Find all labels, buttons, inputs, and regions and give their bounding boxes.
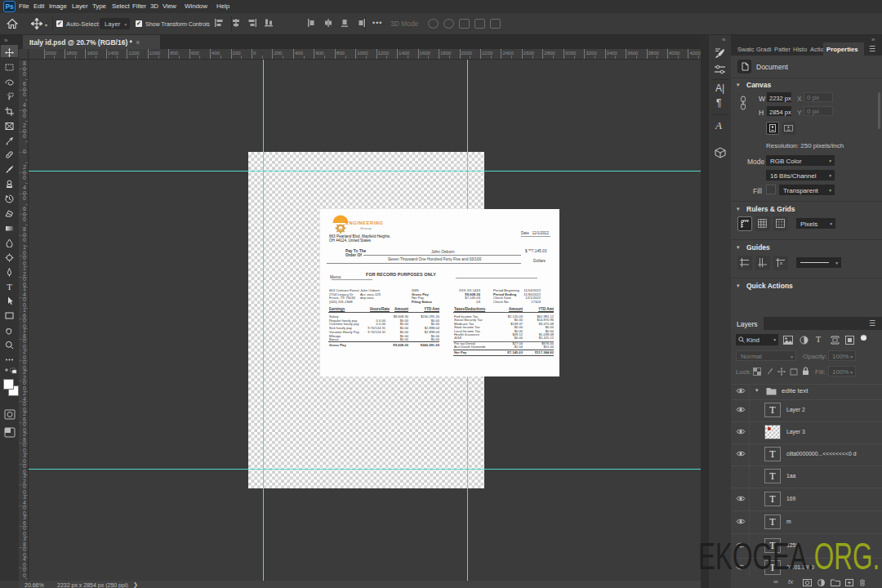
svg-text:T: T — [7, 283, 12, 292]
